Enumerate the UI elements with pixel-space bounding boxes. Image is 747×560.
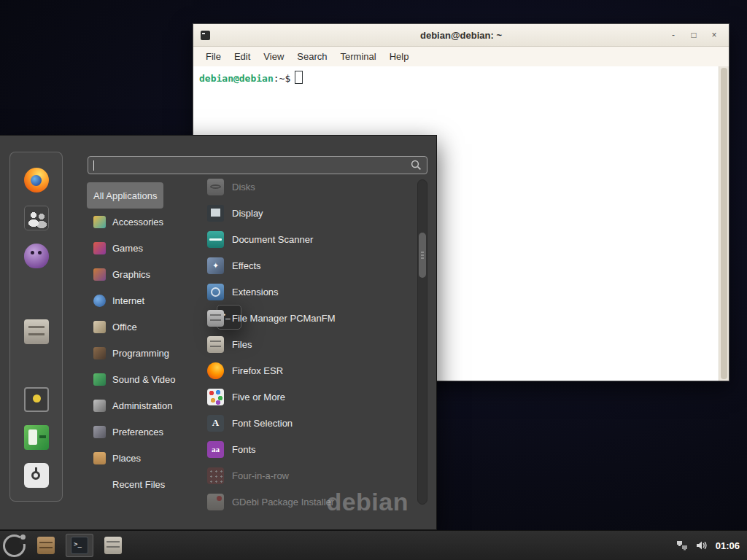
games-icon [93,242,106,254]
category-places[interactable]: Places [87,445,147,471]
minimize-button[interactable]: - [663,27,684,43]
category-label: All Applications [93,190,157,201]
favorite-mascot-app[interactable] [24,244,49,268]
close-button[interactable]: × [704,27,724,43]
category-internet[interactable]: Internet [87,287,151,314]
prompt-user-host: debian@debian [199,73,274,84]
display-icon [207,205,224,222]
menu-view[interactable]: View [257,47,290,66]
mascot-app-icon [24,244,49,268]
menu-edit[interactable]: Edit [228,47,257,66]
firefox-esr-icon [207,362,224,379]
app-document-scanner[interactable]: Document Scanner [207,226,416,252]
shutdown-icon [24,463,49,488]
menu-button[interactable] [3,534,26,557]
maximize-button[interactable]: □ [684,27,704,43]
app-label: Fonts [232,444,256,455]
places-folder-icon [93,452,106,464]
prompt-suffix: :~$ [274,73,290,84]
favorite-users-app[interactable] [24,206,49,230]
category-label: Internet [112,295,144,306]
menu-file[interactable]: File [199,47,228,66]
category-label: Accessories [112,217,163,228]
session-buttons-group [24,387,49,488]
app-label: Disks [232,182,255,192]
terminal-taskbar-icon [71,537,88,554]
clock[interactable]: 01:06 [716,540,740,551]
app-font-selection[interactable]: Font Selection [207,410,416,436]
favorite-terminal[interactable] [24,281,49,306]
app-label: GDebi Package Installer [232,497,334,508]
office-icon [93,321,106,333]
taskbar-terminal-button[interactable] [66,534,93,557]
menu-help[interactable]: Help [383,47,416,66]
terminal-scrollbar-thumb[interactable] [721,68,727,379]
application-list: Disks Display Document Scanner Effects E… [207,174,416,515]
category-games[interactable]: Games [87,235,150,261]
apps-scrollbar-thumb[interactable] [419,233,426,278]
file-manager-icon [24,319,49,344]
logout-button[interactable] [24,425,49,450]
category-label: Games [112,243,143,254]
favorite-file-manager[interactable] [24,319,49,344]
category-preferences[interactable]: Preferences [87,419,170,445]
app-label: Effects [232,260,261,271]
app-firefox-esr[interactable]: Firefox ESR [207,357,416,384]
files-icon [207,336,224,353]
app-label: Display [232,208,263,219]
terminal-cursor [295,71,303,84]
terminal-scrollbar[interactable] [719,66,729,381]
category-programming[interactable]: Programming [87,340,176,366]
menu-search[interactable]: Search [290,47,333,66]
app-disks[interactable]: Disks [207,174,416,200]
network-icon[interactable] [676,540,688,551]
firefox-icon [24,168,49,192]
app-fonts[interactable]: Fonts [207,436,416,462]
accessories-icon [93,216,106,228]
programming-icon [93,347,106,359]
app-files[interactable]: Files [207,331,416,357]
search-input[interactable] [94,160,411,171]
menu-terminal[interactable]: Terminal [334,47,383,66]
favorite-firefox[interactable] [24,168,49,192]
lock-screen-button[interactable] [24,387,49,412]
app-five-or-more[interactable]: Five or More [207,384,416,410]
taskbar-file-manager-button[interactable] [32,534,60,557]
window-controls: - □ × [663,27,729,43]
app-label: Font Selection [232,418,293,429]
document-scanner-icon [207,231,224,248]
category-accessories[interactable]: Accessories [87,209,170,235]
shutdown-button[interactable] [24,463,49,488]
favorites-group [24,168,49,344]
menu-search-box[interactable] [88,156,427,174]
app-extensions[interactable]: Extensions [207,279,416,305]
app-four-in-a-row[interactable]: Four-in-a-row [207,462,416,489]
app-label: Document Scanner [232,234,313,245]
lock-screen-icon [24,387,49,412]
category-label: Programming [112,348,169,359]
volume-icon[interactable] [696,540,708,551]
app-display[interactable]: Display [207,200,416,226]
category-label: Preferences [112,427,163,438]
category-sound-video[interactable]: Sound & Video [87,366,182,392]
apps-scrollbar[interactable] [417,179,427,505]
app-effects[interactable]: Effects [207,252,416,279]
administration-icon [93,400,106,412]
category-administration[interactable]: Administration [87,392,179,419]
terminal-titlebar[interactable]: debian@debian: ~ - □ × [193,24,729,47]
fonts-icon [207,441,224,458]
internet-icon [93,295,106,307]
category-label: Administration [112,400,172,411]
gdebi-icon [207,494,224,510]
category-recent-files[interactable]: Recent Files [87,471,171,497]
app-file-manager-pcmanfm[interactable]: File Manager PCManFM [207,305,416,331]
category-office[interactable]: Office [87,314,144,340]
category-graphics[interactable]: Graphics [87,261,157,287]
disks-icon [207,179,224,195]
category-all-applications[interactable]: All Applications [87,182,163,209]
app-label: Files [232,339,252,350]
font-selection-icon [207,415,224,432]
app-label: File Manager PCManFM [232,313,336,324]
terminal-window-icon [201,31,210,40]
taskbar-files-button[interactable] [99,534,127,557]
